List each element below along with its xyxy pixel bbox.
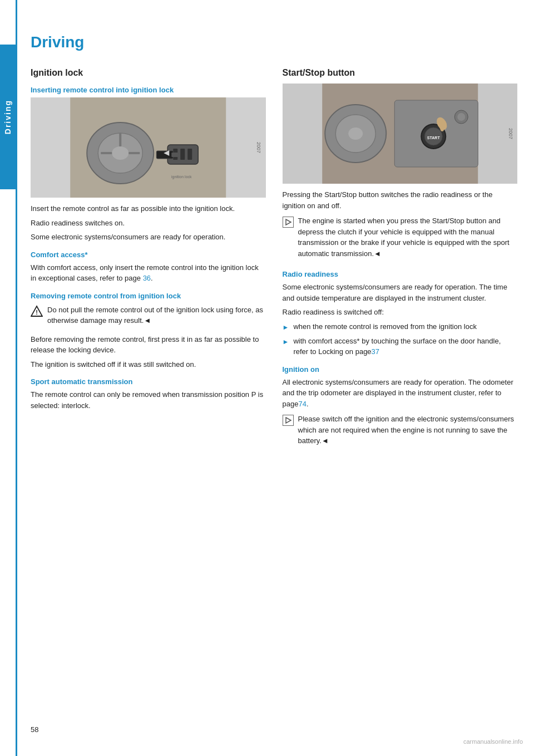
ignition-lock-heading: Ignition lock	[31, 68, 266, 78]
columns-layout: Ignition lock Inserting remote control i…	[31, 68, 517, 454]
svg-rect-11	[156, 151, 173, 159]
radio-readiness-heading: Radio readiness	[283, 270, 518, 278]
right-column: Start/Stop button START	[283, 68, 518, 454]
svg-text:!: !	[36, 309, 38, 316]
battery-save-note: Please switch off the ignition and the e…	[283, 414, 518, 450]
svg-text:ignition lock: ignition lock	[171, 175, 192, 179]
warning-text: Do not pull the remote control out of th…	[47, 305, 266, 326]
play-icon	[283, 217, 294, 228]
ignition-on-heading: Ignition on	[283, 365, 518, 374]
engine-start-note: The engine is started when you press the…	[283, 215, 518, 262]
bullet2-page-link[interactable]: 37	[372, 347, 379, 356]
comfort-access-period: .	[151, 274, 153, 282]
removing-heading: Removing remote control from ignition lo…	[31, 292, 266, 300]
battery-save-text: Please switch off the ignition and the e…	[298, 414, 518, 446]
svg-marker-29	[286, 219, 291, 225]
ignition-insert-image: ignition lock 2007	[31, 97, 266, 198]
svg-rect-10	[187, 149, 192, 160]
side-tab: Driving	[0, 45, 16, 189]
play-icon-2	[283, 415, 294, 426]
startstop-para1: Pressing the Start/Stop button switches …	[283, 189, 518, 211]
insert-para1: Insert the remote control as far as poss…	[31, 203, 266, 214]
insert-para3: Some electronic systems/consumers are re…	[31, 232, 266, 243]
page-title: Driving	[31, 33, 517, 51]
svg-marker-30	[286, 418, 291, 423]
radio-readiness-list: ► when the remote control is removed fro…	[283, 321, 518, 357]
page-number: 58	[31, 725, 38, 734]
sport-auto-heading: Sport automatic transmission	[31, 377, 266, 386]
ignition-on-page-link[interactable]: 74	[298, 400, 306, 408]
inserting-heading: Inserting remote control into ignition l…	[31, 86, 266, 94]
svg-rect-12	[171, 153, 178, 157]
main-content: Driving Ignition lock Inserting remote c…	[31, 0, 517, 454]
warning-note: ! Do not pull the remote control out of …	[31, 305, 266, 330]
watermark: carmanualsonline.info	[463, 738, 523, 745]
svg-rect-9	[180, 149, 185, 160]
removing-para1: Before removing the remote control, firs…	[31, 334, 266, 356]
svg-point-20	[348, 127, 363, 140]
warning-icon: !	[31, 305, 43, 317]
bullet-arrow-1: ►	[283, 322, 289, 332]
startstop-image: START 2007	[283, 84, 518, 184]
svg-point-28	[457, 113, 465, 121]
startstop-heading: Start/Stop button	[283, 68, 518, 78]
startstop-image-side-text: 2007	[508, 128, 513, 139]
comfort-access-page-link[interactable]: 36	[143, 274, 151, 282]
sport-auto-text: The remote control can only be removed w…	[31, 389, 266, 411]
radio-readiness-para: Some electronic systems/consumers are re…	[283, 282, 518, 303]
bullet-item-2: ► with comfort access* by touching the s…	[283, 336, 518, 357]
removing-para2: The ignition is switched off if it was s…	[31, 359, 266, 370]
insert-para2: Radio readiness switches on.	[31, 218, 266, 229]
left-column: Ignition lock Inserting remote control i…	[31, 68, 266, 454]
side-tab-label: Driving	[3, 100, 12, 134]
svg-text:START: START	[427, 136, 440, 140]
engine-start-text: The engine is started when you press the…	[298, 215, 518, 259]
bullet-arrow-2: ►	[283, 337, 289, 347]
left-border	[16, 0, 17, 756]
bullet-item-1: ► when the remote control is removed fro…	[283, 321, 518, 332]
comfort-access-heading: Comfort access*	[31, 251, 266, 259]
radio-readiness-switched-off: Radio readiness is switched off:	[283, 307, 518, 318]
ignition-on-para: All electronic systems/consumers are rea…	[283, 377, 518, 410]
image-side-text: 2007	[256, 142, 261, 153]
svg-point-3	[112, 146, 128, 160]
bullet-text-1: when the remote control is removed from …	[293, 321, 477, 332]
comfort-access-text: With comfort access, only insert the rem…	[31, 262, 266, 284]
bullet-text-2: with comfort access* by touching the sur…	[293, 336, 517, 357]
